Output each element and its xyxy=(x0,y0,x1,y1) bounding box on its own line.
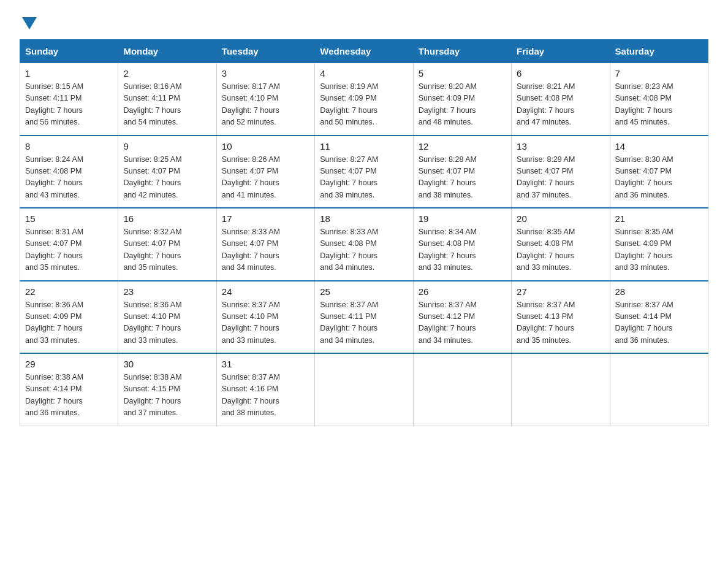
day-number: 11 xyxy=(320,141,408,151)
calendar-cell: 27Sunrise: 8:37 AMSunset: 4:13 PMDayligh… xyxy=(512,281,610,354)
calendar-cell: 16Sunrise: 8:32 AMSunset: 4:07 PMDayligh… xyxy=(118,208,216,281)
day-number: 16 xyxy=(123,213,211,224)
calendar-cell: 21Sunrise: 8:35 AMSunset: 4:09 PMDayligh… xyxy=(610,208,708,281)
weekday-header-sunday: Sunday xyxy=(20,40,118,63)
calendar-cell: 14Sunrise: 8:30 AMSunset: 4:07 PMDayligh… xyxy=(610,136,708,209)
calendar-cell: 28Sunrise: 8:37 AMSunset: 4:14 PMDayligh… xyxy=(610,281,708,354)
day-number: 6 xyxy=(517,68,604,79)
day-number: 21 xyxy=(615,213,703,224)
calendar-cell: 9Sunrise: 8:25 AMSunset: 4:07 PMDaylight… xyxy=(118,136,216,209)
calendar-cell: 19Sunrise: 8:34 AMSunset: 4:08 PMDayligh… xyxy=(413,208,511,281)
day-info: Sunrise: 8:17 AMSunset: 4:10 PMDaylight:… xyxy=(222,82,280,126)
day-info: Sunrise: 8:23 AMSunset: 4:08 PMDaylight:… xyxy=(615,82,673,126)
day-number: 18 xyxy=(320,213,408,224)
day-info: Sunrise: 8:35 AMSunset: 4:08 PMDaylight:… xyxy=(517,228,575,272)
calendar-table: SundayMondayTuesdayWednesdayThursdayFrid… xyxy=(20,39,708,426)
day-number: 5 xyxy=(419,68,506,79)
logo xyxy=(20,15,37,27)
calendar-cell: 17Sunrise: 8:33 AMSunset: 4:07 PMDayligh… xyxy=(216,208,314,281)
day-info: Sunrise: 8:38 AMSunset: 4:15 PMDaylight:… xyxy=(123,373,181,417)
calendar-cell: 18Sunrise: 8:33 AMSunset: 4:08 PMDayligh… xyxy=(315,208,413,281)
calendar-cell: 24Sunrise: 8:37 AMSunset: 4:10 PMDayligh… xyxy=(216,281,314,354)
calendar-cell: 7Sunrise: 8:23 AMSunset: 4:08 PMDaylight… xyxy=(610,63,708,136)
day-info: Sunrise: 8:36 AMSunset: 4:10 PMDaylight:… xyxy=(123,301,181,345)
calendar-cell xyxy=(315,353,413,426)
calendar-cell: 3Sunrise: 8:17 AMSunset: 4:10 PMDaylight… xyxy=(216,63,314,136)
calendar-cell: 29Sunrise: 8:38 AMSunset: 4:14 PMDayligh… xyxy=(20,353,118,426)
day-info: Sunrise: 8:28 AMSunset: 4:07 PMDaylight:… xyxy=(419,155,477,199)
day-number: 25 xyxy=(320,286,408,297)
weekday-header-saturday: Saturday xyxy=(610,40,708,63)
day-info: Sunrise: 8:38 AMSunset: 4:14 PMDaylight:… xyxy=(25,373,83,417)
calendar-cell: 20Sunrise: 8:35 AMSunset: 4:08 PMDayligh… xyxy=(512,208,610,281)
calendar-body: 1Sunrise: 8:15 AMSunset: 4:11 PMDaylight… xyxy=(20,63,708,426)
calendar-cell: 6Sunrise: 8:21 AMSunset: 4:08 PMDaylight… xyxy=(512,63,610,136)
day-info: Sunrise: 8:15 AMSunset: 4:11 PMDaylight:… xyxy=(25,82,83,126)
calendar-cell: 12Sunrise: 8:28 AMSunset: 4:07 PMDayligh… xyxy=(413,136,511,209)
calendar-cell: 4Sunrise: 8:19 AMSunset: 4:09 PMDaylight… xyxy=(315,63,413,136)
weekday-header-thursday: Thursday xyxy=(413,40,511,63)
day-number: 28 xyxy=(615,286,703,297)
day-info: Sunrise: 8:16 AMSunset: 4:11 PMDaylight:… xyxy=(123,82,181,126)
calendar-cell xyxy=(413,353,511,426)
day-number: 30 xyxy=(123,359,211,369)
weekday-header-wednesday: Wednesday xyxy=(315,40,413,63)
logo-top xyxy=(20,15,37,29)
calendar-cell xyxy=(610,353,708,426)
day-info: Sunrise: 8:21 AMSunset: 4:08 PMDaylight:… xyxy=(517,82,575,126)
calendar-cell: 26Sunrise: 8:37 AMSunset: 4:12 PMDayligh… xyxy=(413,281,511,354)
day-info: Sunrise: 8:25 AMSunset: 4:07 PMDaylight:… xyxy=(123,155,181,199)
day-number: 14 xyxy=(615,141,703,151)
day-number: 19 xyxy=(419,213,506,224)
day-number: 27 xyxy=(517,286,604,297)
day-number: 17 xyxy=(222,213,309,224)
day-info: Sunrise: 8:24 AMSunset: 4:08 PMDaylight:… xyxy=(25,155,83,199)
day-number: 7 xyxy=(615,68,703,79)
day-info: Sunrise: 8:27 AMSunset: 4:07 PMDaylight:… xyxy=(320,155,378,199)
day-number: 3 xyxy=(222,68,309,79)
calendar-week-row: 15Sunrise: 8:31 AMSunset: 4:07 PMDayligh… xyxy=(20,208,708,281)
calendar-week-row: 22Sunrise: 8:36 AMSunset: 4:09 PMDayligh… xyxy=(20,281,708,354)
day-info: Sunrise: 8:35 AMSunset: 4:09 PMDaylight:… xyxy=(615,228,673,272)
day-info: Sunrise: 8:37 AMSunset: 4:13 PMDaylight:… xyxy=(517,301,575,345)
calendar-cell: 13Sunrise: 8:29 AMSunset: 4:07 PMDayligh… xyxy=(512,136,610,209)
calendar-cell: 25Sunrise: 8:37 AMSunset: 4:11 PMDayligh… xyxy=(315,281,413,354)
calendar-cell: 1Sunrise: 8:15 AMSunset: 4:11 PMDaylight… xyxy=(20,63,118,136)
day-number: 10 xyxy=(222,141,309,151)
day-number: 31 xyxy=(222,359,309,369)
day-info: Sunrise: 8:33 AMSunset: 4:08 PMDaylight:… xyxy=(320,228,378,272)
day-info: Sunrise: 8:37 AMSunset: 4:14 PMDaylight:… xyxy=(615,301,673,345)
day-number: 20 xyxy=(517,213,604,224)
day-info: Sunrise: 8:34 AMSunset: 4:08 PMDaylight:… xyxy=(419,228,477,272)
day-info: Sunrise: 8:32 AMSunset: 4:07 PMDaylight:… xyxy=(123,228,181,272)
day-number: 2 xyxy=(123,68,211,79)
day-info: Sunrise: 8:19 AMSunset: 4:09 PMDaylight:… xyxy=(320,82,378,126)
day-info: Sunrise: 8:36 AMSunset: 4:09 PMDaylight:… xyxy=(25,301,83,345)
day-info: Sunrise: 8:37 AMSunset: 4:12 PMDaylight:… xyxy=(419,301,477,345)
day-info: Sunrise: 8:26 AMSunset: 4:07 PMDaylight:… xyxy=(222,155,280,199)
weekday-header-friday: Friday xyxy=(512,40,610,63)
page-header xyxy=(20,15,708,27)
calendar-cell: 5Sunrise: 8:20 AMSunset: 4:09 PMDaylight… xyxy=(413,63,511,136)
day-info: Sunrise: 8:31 AMSunset: 4:07 PMDaylight:… xyxy=(25,228,83,272)
calendar-header: SundayMondayTuesdayWednesdayThursdayFrid… xyxy=(20,40,708,63)
day-number: 8 xyxy=(25,141,113,151)
calendar-cell: 8Sunrise: 8:24 AMSunset: 4:08 PMDaylight… xyxy=(20,136,118,209)
calendar-cell: 10Sunrise: 8:26 AMSunset: 4:07 PMDayligh… xyxy=(216,136,314,209)
logo-triangle-icon xyxy=(22,17,37,29)
day-number: 12 xyxy=(419,141,506,151)
day-info: Sunrise: 8:33 AMSunset: 4:07 PMDaylight:… xyxy=(222,228,280,272)
day-number: 26 xyxy=(419,286,506,297)
day-number: 15 xyxy=(25,213,113,224)
calendar-week-row: 8Sunrise: 8:24 AMSunset: 4:08 PMDaylight… xyxy=(20,136,708,209)
weekday-header-monday: Monday xyxy=(118,40,216,63)
calendar-cell: 31Sunrise: 8:37 AMSunset: 4:16 PMDayligh… xyxy=(216,353,314,426)
day-info: Sunrise: 8:37 AMSunset: 4:16 PMDaylight:… xyxy=(222,373,280,417)
calendar-cell: 11Sunrise: 8:27 AMSunset: 4:07 PMDayligh… xyxy=(315,136,413,209)
weekday-header-tuesday: Tuesday xyxy=(216,40,314,63)
day-info: Sunrise: 8:37 AMSunset: 4:10 PMDaylight:… xyxy=(222,301,280,345)
day-number: 13 xyxy=(517,141,604,151)
day-number: 22 xyxy=(25,286,113,297)
weekday-row: SundayMondayTuesdayWednesdayThursdayFrid… xyxy=(20,40,708,63)
day-number: 24 xyxy=(222,286,309,297)
